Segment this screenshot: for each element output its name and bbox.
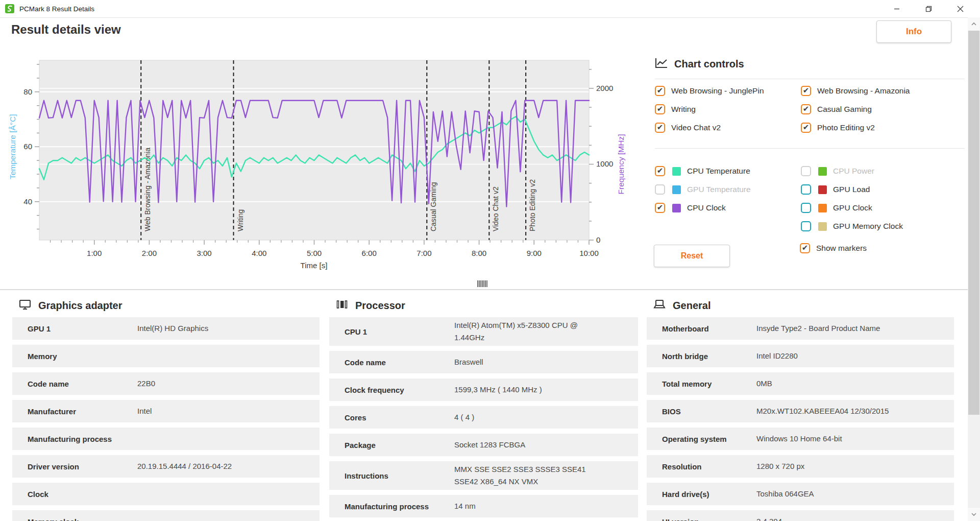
row-value: M20x.WT102.KABEEEA04 12/30/2015: [756, 405, 947, 417]
row-label: UI version: [662, 517, 756, 521]
pcmark-logo-icon: [5, 4, 14, 13]
info-button[interactable]: Info: [876, 20, 951, 43]
chart-controls-header: Chart controls: [655, 57, 744, 71]
table-row-cores: Cores4 ( 4 ): [329, 406, 638, 429]
check-icon: ✔: [657, 167, 664, 175]
svg-text:40: 40: [23, 197, 32, 206]
checkbox-writing[interactable]: ✔: [655, 104, 665, 114]
close-button[interactable]: [944, 0, 976, 17]
checkbox-cpu-power[interactable]: [801, 166, 811, 176]
cpu-power-label: CPU Power: [833, 167, 874, 176]
panel-title: Graphics adapter: [38, 300, 122, 312]
row-value: 2.4.304: [756, 515, 947, 521]
row-label: BIOS: [662, 407, 756, 416]
row-value: Toshiba 064GEA: [756, 488, 947, 500]
checkbox-cpu-temperature[interactable]: ✔: [655, 166, 665, 176]
row-value: Socket 1283 FCBGA: [454, 439, 607, 451]
row-value: Intel: [137, 405, 312, 417]
row-label: Cores: [345, 413, 454, 422]
processor-panel: Processor CPU 1Intel(R) Atom(TM) x5-Z830…: [329, 294, 638, 521]
checkbox-photo-editing-v2[interactable]: ✔: [801, 123, 811, 133]
toggle-cpu-power: CPU Power: [801, 162, 949, 180]
toggle-gpu-clock: GPU Clock: [801, 199, 949, 217]
checkbox-gpu-clock[interactable]: [801, 203, 811, 213]
chart-pan-handle[interactable]: [477, 280, 487, 287]
table-row-manufacturing-process: Manufacturing process: [12, 428, 320, 450]
scroll-down-icon[interactable]: [968, 508, 980, 521]
table-row-clock-frequency: Clock frequency1599,3 MHz ( 1440 MHz ): [329, 378, 638, 401]
svg-text:10:00: 10:00: [579, 249, 599, 257]
table-row-manufacturing-process: Manufacturing process14 nm: [329, 495, 638, 517]
check-icon: ✔: [657, 105, 664, 113]
svg-text:Casual Gaming: Casual Gaming: [429, 182, 437, 232]
series-color-swatch: [818, 167, 827, 176]
svg-text:5:00: 5:00: [307, 249, 322, 257]
check-icon: ✔: [803, 87, 810, 94]
check-icon: ✔: [803, 124, 810, 131]
vertical-scrollbar[interactable]: [968, 17, 980, 521]
checkbox-web-browsing-amazonia[interactable]: ✔: [801, 86, 811, 96]
series-toggles-col2: CPU PowerGPU LoadGPU ClockGPU Memory Clo…: [801, 162, 949, 235]
toggle-photo-editing-v2: ✔Photo Editing v2: [801, 119, 949, 137]
checkbox-cpu-clock[interactable]: ✔: [655, 203, 665, 213]
panel-title: Processor: [355, 300, 405, 312]
checkbox-video-chat-v2[interactable]: ✔: [655, 123, 665, 133]
row-value: 1599,3 MHz ( 1440 MHz ): [454, 384, 607, 396]
panel-title: General: [673, 300, 710, 312]
table-row-driver-version: Driver version20.19.15.4444 / 2016-04-22: [12, 455, 320, 478]
toggle-web-browsing-amazonia: ✔Web Browsing - Amazonia: [801, 82, 949, 100]
casual-gaming-label: Casual Gaming: [817, 105, 872, 114]
monitor-icon: [19, 299, 31, 313]
toggle-web-browsing-junglepin: ✔Web Browsing - JunglePin: [655, 82, 803, 100]
scrollbar-thumb[interactable]: [968, 31, 979, 415]
toggle-gpu-memory-clock: GPU Memory Clock: [801, 217, 949, 235]
reset-button[interactable]: Reset: [654, 245, 730, 267]
svg-text:4:00: 4:00: [252, 249, 266, 257]
toggle-show-markers: ✔ Show markers: [800, 239, 948, 257]
checkbox-gpu-temperature[interactable]: [655, 184, 665, 195]
checkbox-casual-gaming[interactable]: ✔: [801, 104, 811, 114]
minimize-button[interactable]: [881, 0, 913, 17]
row-label: Motherboard: [662, 324, 756, 333]
svg-text:2000: 2000: [596, 84, 613, 92]
window-title: PCMark 8 Result Details: [19, 5, 94, 13]
row-label: Code name: [28, 380, 137, 388]
row-label: GPU 1: [28, 324, 137, 333]
row-value: 0MB: [756, 377, 947, 390]
svg-text:7:00: 7:00: [416, 249, 431, 257]
row-label: Total memory: [662, 380, 756, 388]
series-color-swatch: [672, 204, 681, 212]
checkbox-gpu-load[interactable]: [801, 184, 811, 195]
checkbox-gpu-memory-clock[interactable]: [801, 221, 811, 231]
graphics-adapter-panel: Graphics adapter GPU 1Intel(R) HD Graphi…: [12, 294, 320, 521]
checkbox-web-browsing-junglepin[interactable]: ✔: [655, 86, 665, 96]
svg-text:6:00: 6:00: [362, 249, 377, 257]
row-label: Operating system: [662, 435, 756, 443]
gpu-clock-label: GPU Clock: [833, 203, 872, 212]
restore-button[interactable]: [913, 0, 944, 17]
svg-text:Time [s]: Time [s]: [301, 261, 328, 270]
table-row-resolution: Resolution1280 x 720 px: [647, 455, 954, 478]
web-browsing-amazonia-label: Web Browsing - Amazonia: [817, 86, 910, 96]
toggle-gpu-load: GPU Load: [801, 180, 949, 199]
scroll-up-icon[interactable]: [968, 17, 980, 31]
checkbox-show-markers[interactable]: ✔: [800, 243, 810, 253]
cpu-temperature-label: CPU Temperature: [687, 167, 750, 176]
svg-text:3:00: 3:00: [197, 249, 211, 257]
table-row-manufacturer: ManufacturerIntel: [12, 400, 320, 422]
gpu-temperature-label: GPU Temperature: [687, 185, 751, 194]
table-row-gpu-1: GPU 1Intel(R) HD Graphics: [12, 317, 320, 340]
svg-text:Video Chat v2: Video Chat v2: [492, 186, 500, 231]
series-color-swatch: [672, 167, 681, 176]
row-label: Hard drive(s): [662, 490, 756, 499]
svg-text:Photo Editing v2: Photo Editing v2: [528, 179, 536, 231]
table-row-clock: Clock: [12, 483, 320, 505]
chip-icon: [336, 299, 348, 313]
svg-text:1:00: 1:00: [87, 249, 102, 257]
chart-controls-title: Chart controls: [674, 58, 744, 70]
table-row-cpu-1: CPU 1Intel(R) Atom(TM) x5-Z8300 CPU @ 1.…: [329, 317, 638, 346]
toggle-writing: ✔Writing: [655, 100, 803, 119]
table-row-ui-version: UI version2.4.304: [647, 510, 954, 521]
svg-text:80: 80: [23, 87, 32, 96]
show-markers-row: ✔ Show markers: [800, 239, 948, 257]
